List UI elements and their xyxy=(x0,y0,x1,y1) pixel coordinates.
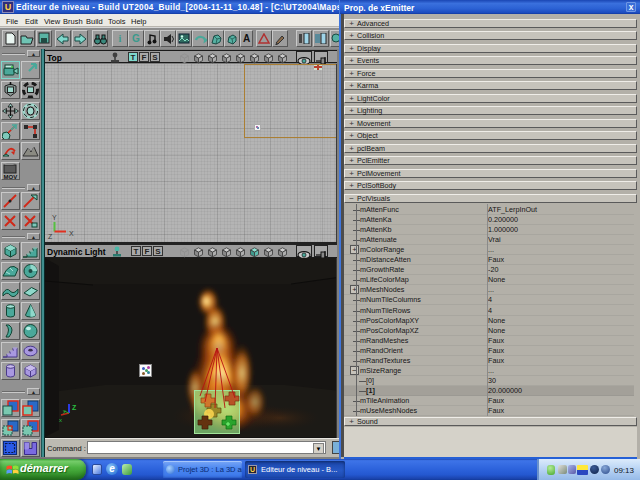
svg-text:MOV: MOV xyxy=(4,174,18,180)
svg-text:Z: Z xyxy=(72,404,77,411)
svg-text:x: x xyxy=(59,417,62,423)
svg-text:X: X xyxy=(69,230,74,237)
svg-text:Z: Z xyxy=(48,233,53,240)
svg-text:Y: Y xyxy=(52,214,57,221)
